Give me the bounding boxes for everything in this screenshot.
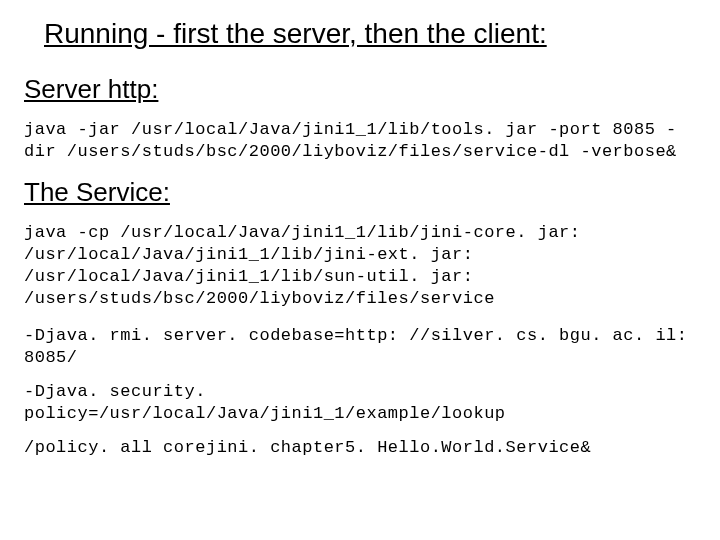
service-heading: The Service:: [24, 177, 696, 208]
service-command: java -cp /usr/local/Java/jini1_1/lib/jin…: [24, 222, 696, 310]
service-option-codebase: -Djava. rmi. server. codebase=http: //si…: [24, 325, 696, 369]
service-option-policy: -Djava. security. policy=/usr/local/Java…: [24, 381, 696, 425]
page-title: Running - first the server, then the cli…: [44, 18, 696, 50]
service-option-class: /policy. all corejini. chapter5. Hello.W…: [24, 437, 696, 459]
server-heading: Server http:: [24, 74, 696, 105]
server-command: java -jar /usr/local/Java/jini1_1/lib/to…: [24, 119, 696, 163]
